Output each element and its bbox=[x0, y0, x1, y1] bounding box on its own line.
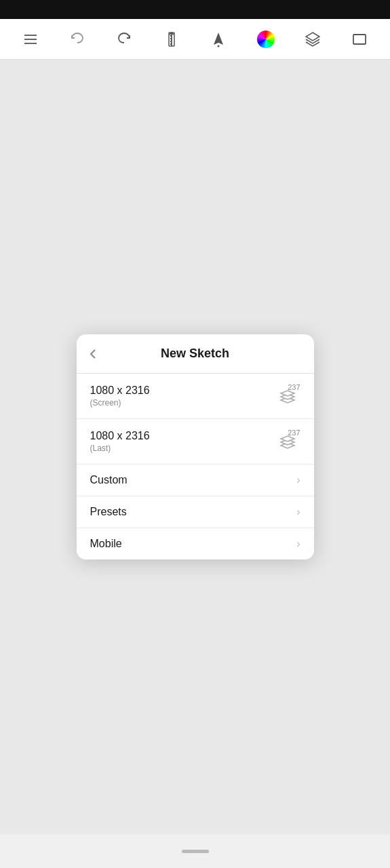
frame-icon[interactable] bbox=[347, 27, 372, 52]
back-button[interactable] bbox=[87, 348, 100, 360]
modal-header: New Sketch bbox=[77, 334, 314, 374]
modal-rows: 1080 x 2316(Screen)2371080 x 2316(Last)2… bbox=[77, 374, 314, 559]
modal-backdrop: New Sketch 1080 x 2316(Screen)2371080 x … bbox=[0, 60, 390, 834]
layers-badge-screen-size: 237 bbox=[275, 383, 300, 409]
undo-icon[interactable] bbox=[65, 27, 90, 52]
row-main-last-size: 1080 x 2316 bbox=[90, 430, 150, 442]
layers-icon[interactable] bbox=[300, 27, 325, 52]
svg-marker-17 bbox=[281, 391, 294, 396]
ruler-icon[interactable] bbox=[159, 27, 184, 52]
layer-count-last-size: 237 bbox=[288, 429, 300, 437]
svg-marker-20 bbox=[281, 436, 294, 441]
new-sketch-modal: New Sketch 1080 x 2316(Screen)2371080 x … bbox=[77, 334, 314, 559]
modal-row-last-size[interactable]: 1080 x 2316(Last)237 bbox=[77, 419, 314, 465]
bottom-bar bbox=[0, 834, 390, 868]
svg-marker-11 bbox=[214, 33, 223, 45]
toolbar bbox=[0, 19, 390, 60]
list-icon[interactable] bbox=[18, 27, 43, 52]
status-bar bbox=[0, 0, 390, 19]
row-sub-screen-size: (Screen) bbox=[90, 398, 150, 408]
row-main-screen-size: 1080 x 2316 bbox=[90, 384, 150, 397]
svg-rect-14 bbox=[353, 35, 366, 44]
row-sub-last-size: (Last) bbox=[90, 443, 150, 453]
modal-row-mobile[interactable]: Mobile› bbox=[77, 528, 314, 559]
chevron-presets: › bbox=[296, 506, 300, 518]
svg-marker-13 bbox=[306, 33, 319, 41]
canvas-area: New Sketch 1080 x 2316(Screen)2371080 x … bbox=[0, 60, 390, 834]
modal-row-custom[interactable]: Custom› bbox=[77, 465, 314, 496]
row-main-presets: Presets bbox=[90, 506, 127, 518]
modal-row-presets[interactable]: Presets› bbox=[77, 496, 314, 528]
row-main-mobile: Mobile bbox=[90, 538, 122, 550]
chevron-mobile: › bbox=[296, 538, 300, 550]
layer-count-screen-size: 237 bbox=[288, 383, 300, 391]
home-indicator bbox=[182, 850, 209, 853]
chevron-custom: › bbox=[296, 474, 300, 486]
layers-badge-last-size: 237 bbox=[275, 429, 300, 454]
modal-title: New Sketch bbox=[161, 347, 229, 361]
color-wheel-icon[interactable] bbox=[254, 27, 278, 52]
redo-icon[interactable] bbox=[112, 27, 136, 52]
brush-icon[interactable] bbox=[206, 27, 231, 52]
svg-point-12 bbox=[218, 45, 220, 47]
modal-row-screen-size[interactable]: 1080 x 2316(Screen)237 bbox=[77, 374, 314, 419]
row-main-custom: Custom bbox=[90, 474, 128, 486]
